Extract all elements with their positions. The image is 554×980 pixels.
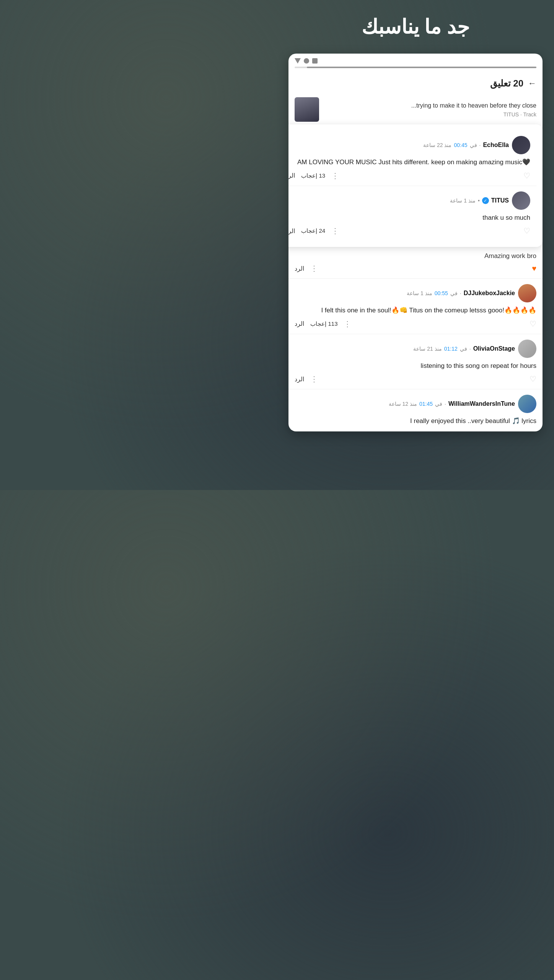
william-timeago: منذ 12 ساعة [389,401,417,407]
dj-username: DJJukeboxJackie [464,290,515,297]
dj-heart[interactable]: ♡ [530,319,536,328]
william-in: في [435,401,442,407]
william-timestamp[interactable]: 01:45 [419,401,433,407]
titus-user-row: TITUS ✓ • منذ 1 ساعة [450,191,530,210]
dj-actions: ♡ ⋮ 113 إعجاب الرد [295,319,536,328]
echoella-actions: ♡ ⋮ 13 إعجاب الرد [288,171,530,180]
avatar-titus [512,191,530,210]
titus-reply[interactable]: الرد [288,227,295,235]
echoella-action-right: ⋮ 13 إعجاب الرد [288,171,339,180]
avatar-william [518,395,536,413]
progress-bar-fill [307,67,536,68]
titus-verified: ✓ [482,197,489,204]
track-title: trying to make it to heaven before they … [324,101,536,110]
dj-more[interactable]: ⋮ [344,319,351,328]
dj-meta: DJJukeboxJackie · في 00:55 منذ 1 ساعة [407,290,515,297]
comment-count-label: 20 تعليق [490,78,523,89]
olivia-header: OliviaOnStage · في 01:12 منذ 21 ساعة [295,340,536,358]
echoella-meta: EchoElla · في 00:45 منذ 22 ساعة [423,142,509,149]
titus-actions: ♡ ⋮ 24 إعجاب الرد [288,226,530,235]
dj-reply[interactable]: الرد [295,320,304,327]
olivia-timestamp[interactable]: 01:12 [444,346,458,352]
amazing-body: Amazing work bro [295,252,536,260]
amazing-actions: ♥ ⋮ الرد [295,264,536,273]
highlight-comments-card: EchoElla · في 00:45 منذ 22 ساعة AM LOVIN… [288,124,543,247]
avatar-dj [518,284,536,302]
section-header: ← 20 تعليق [288,74,543,93]
comment-william: WilliamWandersInTune · في 01:45 منذ 12 س… [288,389,543,431]
circle-icon [304,58,309,64]
track-type: Track [523,111,536,118]
olivia-more[interactable]: ⋮ [310,374,318,384]
dj-body: I felt this one in the soul!🔥👊 Titus on … [295,305,536,315]
dj-action-right: ⋮ 113 إعجاب الرد [295,319,351,328]
track-artist: TITUS [503,111,519,118]
titus-heart[interactable]: ♡ [523,226,530,235]
olivia-in: في [460,346,467,352]
titus-body: thank u so much [288,213,530,223]
dj-likes: 113 إعجاب [310,320,337,327]
dj-user-row: DJJukeboxJackie · في 00:55 منذ 1 ساعة [407,284,536,302]
olivia-reply[interactable]: الرد [295,376,304,383]
echoella-dot: · [479,142,481,148]
track-thumb-image [295,97,319,122]
titus-username: TITUS [491,197,509,204]
dj-header: DJJukeboxJackie · في 00:55 منذ 1 ساعة [295,284,536,302]
olivia-action-right: ⋮ الرد [295,374,318,384]
olivia-user-row: OliviaOnStage · في 01:12 منذ 21 ساعة [413,340,536,358]
olivia-heart[interactable]: ♡ [530,374,536,384]
comment-olivia: OliviaOnStage · في 01:12 منذ 21 ساعة lis… [288,334,543,390]
card-header-bar [288,54,543,67]
triangle-icon [295,58,301,64]
echoella-user-row: EchoElla · في 00:45 منذ 22 ساعة [423,136,530,154]
echoella-more[interactable]: ⋮ [331,171,339,180]
avatar-echoella [512,136,530,154]
comment-echoella-header: EchoElla · في 00:45 منذ 22 ساعة [288,136,530,154]
track-info-row[interactable]: trying to make it to heaven before they … [288,93,543,128]
dj-timestamp[interactable]: 00:55 [435,290,448,296]
olivia-dot: · [469,346,471,352]
william-body: I really enjoyed this ..very beautiful 🎵… [295,416,536,426]
titus-more[interactable]: ⋮ [331,226,339,235]
dj-dot: · [460,290,461,296]
comment-titus: TITUS ✓ • منذ 1 ساعة thank u so much ♡ ⋮… [288,186,536,241]
echoella-heart[interactable]: ♡ [523,171,530,180]
william-username: WilliamWandersInTune [448,400,515,407]
page-title: جد ما يناسبك [277,0,554,50]
echoella-timestamp[interactable]: 00:45 [454,142,467,148]
back-button[interactable]: ← [528,78,536,88]
william-dot: · [445,401,446,407]
amazing-heart[interactable]: ♥ [532,264,536,273]
avatar-olivia [518,340,536,358]
track-thumbnail [295,97,319,122]
olivia-username: OliviaOnStage [473,345,515,352]
track-info-text: trying to make it to heaven before they … [324,101,536,118]
olivia-timeago: منذ 21 ساعة [413,346,442,352]
square-icon [312,58,318,64]
dj-timeago: منذ 1 ساعة [407,290,432,296]
amazing-action-right: ⋮ الرد [295,264,318,273]
comment-echoella: EchoElla · في 00:45 منذ 22 ساعة AM LOVIN… [288,131,536,186]
echoella-likes: 13 إعجاب [301,172,325,179]
olivia-actions: ♡ ⋮ الرد [295,374,536,384]
echoella-username: EchoElla [483,142,509,149]
echoella-reply[interactable]: الرد [288,172,295,179]
titus-action-right: ⋮ 24 إعجاب الرد [288,226,339,235]
titus-timeago: منذ 1 ساعة [450,198,476,204]
william-meta: WilliamWandersInTune · في 01:45 منذ 12 س… [389,400,515,407]
titus-header: TITUS ✓ • منذ 1 ساعة [288,191,530,210]
dj-in: في [450,290,458,296]
echoella-in: في [470,142,477,148]
track-separator: · [520,111,523,118]
titus-meta: TITUS ✓ • منذ 1 ساعة [450,197,509,204]
track-meta: TITUS · Track [324,111,536,118]
comment-amazing: Amazing work bro ♥ ⋮ الرد [288,247,543,279]
amazing-reply[interactable]: الرد [295,265,304,272]
william-user-row: WilliamWandersInTune · في 01:45 منذ 12 س… [389,395,536,413]
echoella-body: AM LOVING YOUR MUSIC Just hits different… [288,157,530,167]
titus-likes: 24 إعجاب [301,227,325,234]
titus-dot: • [478,198,480,204]
progress-bar-track [295,67,536,68]
amazing-more[interactable]: ⋮ [310,264,318,273]
comment-dj: DJJukeboxJackie · في 00:55 منذ 1 ساعة I … [288,279,543,334]
